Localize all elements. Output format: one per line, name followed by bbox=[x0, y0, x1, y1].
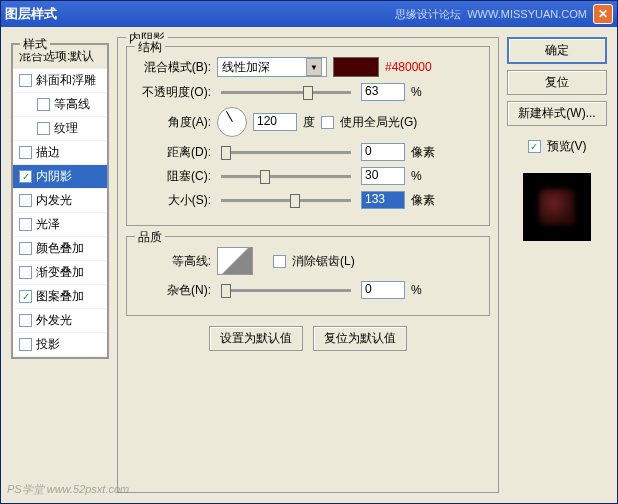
noise-input[interactable]: 0 bbox=[361, 281, 405, 299]
style-item-6[interactable]: 光泽 bbox=[13, 213, 107, 237]
styles-label: 样式 bbox=[20, 36, 50, 53]
style-list: 混合选项:默认 斜面和浮雕等高线纹理描边✓内阴影内发光光泽颜色叠加渐变叠加✓图案… bbox=[12, 44, 108, 358]
angle-input[interactable]: 120 bbox=[253, 113, 297, 131]
style-item-label: 颜色叠加 bbox=[36, 240, 84, 257]
blend-mode-label: 混合模式(B): bbox=[135, 59, 211, 76]
style-checkbox[interactable]: ✓ bbox=[19, 290, 32, 303]
antialias-checkbox[interactable] bbox=[273, 255, 286, 268]
style-item-label: 内发光 bbox=[36, 192, 72, 209]
style-item-1[interactable]: 等高线 bbox=[13, 93, 107, 117]
close-button[interactable]: ✕ bbox=[593, 4, 613, 24]
style-item-label: 斜面和浮雕 bbox=[36, 72, 96, 89]
style-item-label: 描边 bbox=[36, 144, 60, 161]
choke-input[interactable]: 30 bbox=[361, 167, 405, 185]
style-item-label: 纹理 bbox=[54, 120, 78, 137]
style-item-11[interactable]: 投影 bbox=[13, 333, 107, 357]
noise-slider[interactable] bbox=[221, 289, 351, 292]
global-light-label: 使用全局光(G) bbox=[340, 114, 417, 131]
style-checkbox[interactable] bbox=[37, 98, 50, 111]
preview-thumbnail bbox=[523, 173, 591, 241]
cancel-button[interactable]: 复位 bbox=[507, 70, 607, 95]
site-url: WWW.MISSYUAN.COM bbox=[467, 8, 587, 20]
style-item-label: 外发光 bbox=[36, 312, 72, 329]
angle-label: 角度(A): bbox=[135, 114, 211, 131]
style-checkbox[interactable] bbox=[37, 122, 50, 135]
style-item-3[interactable]: 描边 bbox=[13, 141, 107, 165]
choke-label: 阻塞(C): bbox=[135, 168, 211, 185]
style-checkbox[interactable] bbox=[19, 194, 32, 207]
opacity-label: 不透明度(O): bbox=[135, 84, 211, 101]
style-item-label: 投影 bbox=[36, 336, 60, 353]
style-checkbox[interactable]: ✓ bbox=[19, 170, 32, 183]
style-checkbox[interactable] bbox=[19, 266, 32, 279]
style-item-label: 渐变叠加 bbox=[36, 264, 84, 281]
color-hex: #480000 bbox=[385, 60, 432, 74]
site-name: 思缘设计论坛 bbox=[395, 7, 461, 22]
global-light-checkbox[interactable] bbox=[321, 116, 334, 129]
contour-picker[interactable] bbox=[217, 247, 253, 275]
distance-input[interactable]: 0 bbox=[361, 143, 405, 161]
style-item-5[interactable]: 内发光 bbox=[13, 189, 107, 213]
make-default-button[interactable]: 设置为默认值 bbox=[209, 326, 303, 351]
ok-button[interactable]: 确定 bbox=[507, 37, 607, 64]
style-checkbox[interactable] bbox=[19, 314, 32, 327]
style-checkbox[interactable] bbox=[19, 338, 32, 351]
style-item-9[interactable]: ✓图案叠加 bbox=[13, 285, 107, 309]
quality-label: 品质 bbox=[135, 229, 165, 246]
style-item-2[interactable]: 纹理 bbox=[13, 117, 107, 141]
style-item-label: 内阴影 bbox=[36, 168, 72, 185]
distance-label: 距离(D): bbox=[135, 144, 211, 161]
reset-default-button[interactable]: 复位为默认值 bbox=[313, 326, 407, 351]
new-style-button[interactable]: 新建样式(W)... bbox=[507, 101, 607, 126]
chevron-down-icon: ▼ bbox=[306, 58, 322, 76]
watermark: PS学堂 www.52psxt.com bbox=[7, 482, 129, 497]
color-swatch[interactable] bbox=[333, 57, 379, 77]
choke-slider[interactable] bbox=[221, 175, 351, 178]
layer-style-dialog: 图层样式 思缘设计论坛 WWW.MISSYUAN.COM ✕ 样式 混合选项:默… bbox=[0, 0, 618, 504]
style-item-0[interactable]: 斜面和浮雕 bbox=[13, 69, 107, 93]
size-slider[interactable] bbox=[221, 199, 351, 202]
distance-slider[interactable] bbox=[221, 151, 351, 154]
style-item-label: 等高线 bbox=[54, 96, 90, 113]
style-item-4[interactable]: ✓内阴影 bbox=[13, 165, 107, 189]
opacity-input[interactable]: 63 bbox=[361, 83, 405, 101]
size-input[interactable]: 133 bbox=[361, 191, 405, 209]
structure-label: 结构 bbox=[135, 39, 165, 56]
preview-label: 预览(V) bbox=[547, 138, 587, 155]
opacity-slider[interactable] bbox=[221, 91, 351, 94]
style-checkbox[interactable] bbox=[19, 242, 32, 255]
style-item-label: 图案叠加 bbox=[36, 288, 84, 305]
style-checkbox[interactable] bbox=[19, 218, 32, 231]
angle-dial[interactable] bbox=[217, 107, 247, 137]
style-checkbox[interactable] bbox=[19, 74, 32, 87]
style-item-7[interactable]: 颜色叠加 bbox=[13, 237, 107, 261]
preview-checkbox[interactable]: ✓ bbox=[528, 140, 541, 153]
style-checkbox[interactable] bbox=[19, 146, 32, 159]
contour-label: 等高线: bbox=[135, 253, 211, 270]
antialias-label: 消除锯齿(L) bbox=[292, 253, 355, 270]
style-item-10[interactable]: 外发光 bbox=[13, 309, 107, 333]
noise-label: 杂色(N): bbox=[135, 282, 211, 299]
style-item-label: 光泽 bbox=[36, 216, 60, 233]
window-title: 图层样式 bbox=[5, 5, 395, 23]
blend-mode-select[interactable]: 线性加深 ▼ bbox=[217, 57, 327, 77]
style-item-8[interactable]: 渐变叠加 bbox=[13, 261, 107, 285]
titlebar[interactable]: 图层样式 思缘设计论坛 WWW.MISSYUAN.COM ✕ bbox=[1, 1, 617, 27]
size-label: 大小(S): bbox=[135, 192, 211, 209]
